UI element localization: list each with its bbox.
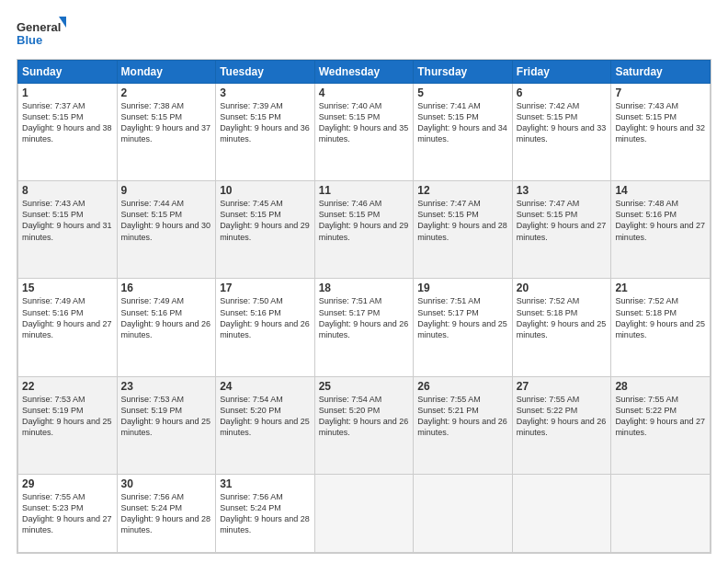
day-number: 8 [22, 184, 113, 197]
day-number: 25 [319, 380, 410, 393]
day-cell: 3 Sunrise: 7:39 AM Sunset: 5:15 PM Dayli… [216, 84, 315, 181]
day-info: Sunrise: 7:47 AM Sunset: 5:15 PM Dayligh… [417, 198, 508, 243]
day-cell: 8 Sunrise: 7:43 AM Sunset: 5:15 PM Dayli… [18, 181, 118, 279]
page: General Blue SundayMondayTuesdayWednesda… [0, 0, 728, 563]
day-info: Sunrise: 7:55 AM Sunset: 5:22 PM Dayligh… [615, 394, 706, 439]
day-info: Sunrise: 7:40 AM Sunset: 5:15 PM Dayligh… [319, 100, 410, 145]
day-cell: 24 Sunrise: 7:54 AM Sunset: 5:20 PM Dayl… [216, 376, 315, 474]
week-row: 29 Sunrise: 7:55 AM Sunset: 5:23 PM Dayl… [18, 474, 711, 552]
day-cell [611, 474, 711, 552]
day-info: Sunrise: 7:41 AM Sunset: 5:15 PM Dayligh… [417, 100, 508, 145]
day-number: 9 [121, 184, 212, 197]
day-info: Sunrise: 7:37 AM Sunset: 5:15 PM Dayligh… [22, 100, 113, 145]
day-cell [414, 474, 513, 552]
day-info: Sunrise: 7:54 AM Sunset: 5:20 PM Dayligh… [319, 394, 410, 439]
day-cell: 22 Sunrise: 7:53 AM Sunset: 5:19 PM Dayl… [18, 376, 118, 474]
day-info: Sunrise: 7:56 AM Sunset: 5:24 PM Dayligh… [121, 491, 212, 536]
header-cell: Friday [512, 61, 611, 84]
day-number: 4 [319, 86, 410, 99]
day-number: 10 [220, 184, 311, 197]
day-info: Sunrise: 7:52 AM Sunset: 5:18 PM Dayligh… [517, 295, 608, 340]
day-number: 18 [319, 282, 410, 294]
day-info: Sunrise: 7:39 AM Sunset: 5:15 PM Dayligh… [220, 100, 311, 145]
day-info: Sunrise: 7:53 AM Sunset: 5:19 PM Dayligh… [22, 394, 113, 439]
day-cell: 9 Sunrise: 7:44 AM Sunset: 5:15 PM Dayli… [117, 181, 216, 279]
day-info: Sunrise: 7:55 AM Sunset: 5:23 PM Dayligh… [22, 491, 113, 536]
header: General Blue [17, 17, 711, 52]
day-number: 6 [517, 86, 608, 99]
day-info: Sunrise: 7:43 AM Sunset: 5:15 PM Dayligh… [615, 100, 706, 145]
day-info: Sunrise: 7:51 AM Sunset: 5:17 PM Dayligh… [319, 295, 410, 340]
day-number: 30 [121, 477, 212, 490]
svg-text:General: General [17, 20, 61, 34]
day-number: 17 [220, 282, 311, 294]
logo-svg: General Blue [17, 17, 67, 52]
day-number: 27 [517, 380, 608, 393]
day-cell [314, 474, 414, 552]
day-info: Sunrise: 7:38 AM Sunset: 5:15 PM Dayligh… [121, 100, 212, 145]
day-info: Sunrise: 7:43 AM Sunset: 5:15 PM Dayligh… [22, 198, 113, 243]
day-info: Sunrise: 7:47 AM Sunset: 5:15 PM Dayligh… [517, 198, 608, 243]
day-cell: 18 Sunrise: 7:51 AM Sunset: 5:17 PM Dayl… [314, 279, 414, 376]
day-cell: 4 Sunrise: 7:40 AM Sunset: 5:15 PM Dayli… [314, 84, 414, 181]
day-info: Sunrise: 7:56 AM Sunset: 5:24 PM Dayligh… [220, 491, 311, 536]
day-cell: 17 Sunrise: 7:50 AM Sunset: 5:16 PM Dayl… [216, 279, 315, 376]
day-number: 28 [615, 380, 706, 393]
day-number: 7 [615, 86, 706, 99]
logo: General Blue [17, 17, 67, 52]
day-cell: 26 Sunrise: 7:55 AM Sunset: 5:21 PM Dayl… [414, 376, 513, 474]
day-number: 1 [22, 86, 113, 99]
day-number: 16 [121, 282, 212, 294]
day-number: 29 [22, 477, 113, 490]
day-number: 26 [417, 380, 508, 393]
day-number: 21 [615, 282, 706, 294]
day-cell: 13 Sunrise: 7:47 AM Sunset: 5:15 PM Dayl… [512, 181, 611, 279]
day-number: 12 [417, 184, 508, 197]
day-cell: 14 Sunrise: 7:48 AM Sunset: 5:16 PM Dayl… [611, 181, 711, 279]
day-cell: 15 Sunrise: 7:49 AM Sunset: 5:16 PM Dayl… [18, 279, 118, 376]
header-cell: Sunday [18, 61, 118, 84]
day-number: 31 [220, 477, 311, 490]
day-cell: 12 Sunrise: 7:47 AM Sunset: 5:15 PM Dayl… [414, 181, 513, 279]
day-info: Sunrise: 7:42 AM Sunset: 5:15 PM Dayligh… [517, 100, 608, 145]
day-cell: 27 Sunrise: 7:55 AM Sunset: 5:22 PM Dayl… [512, 376, 611, 474]
day-info: Sunrise: 7:48 AM Sunset: 5:16 PM Dayligh… [615, 198, 706, 243]
calendar: SundayMondayTuesdayWednesdayThursdayFrid… [17, 59, 711, 554]
day-number: 23 [121, 380, 212, 393]
svg-text:Blue: Blue [17, 33, 42, 47]
day-info: Sunrise: 7:55 AM Sunset: 5:21 PM Dayligh… [417, 394, 508, 439]
day-cell: 2 Sunrise: 7:38 AM Sunset: 5:15 PM Dayli… [117, 84, 216, 181]
day-number: 15 [22, 282, 113, 294]
day-cell: 5 Sunrise: 7:41 AM Sunset: 5:15 PM Dayli… [414, 84, 513, 181]
day-cell: 25 Sunrise: 7:54 AM Sunset: 5:20 PM Dayl… [314, 376, 414, 474]
day-cell: 23 Sunrise: 7:53 AM Sunset: 5:19 PM Dayl… [117, 376, 216, 474]
day-info: Sunrise: 7:45 AM Sunset: 5:15 PM Dayligh… [220, 198, 311, 243]
day-info: Sunrise: 7:49 AM Sunset: 5:16 PM Dayligh… [121, 295, 212, 340]
day-number: 14 [615, 184, 706, 197]
day-info: Sunrise: 7:52 AM Sunset: 5:18 PM Dayligh… [615, 295, 706, 340]
week-row: 1 Sunrise: 7:37 AM Sunset: 5:15 PM Dayli… [18, 84, 711, 181]
day-cell [512, 474, 611, 552]
day-number: 13 [517, 184, 608, 197]
day-cell: 31 Sunrise: 7:56 AM Sunset: 5:24 PM Dayl… [216, 474, 315, 552]
day-cell: 21 Sunrise: 7:52 AM Sunset: 5:18 PM Dayl… [611, 279, 711, 376]
week-row: 22 Sunrise: 7:53 AM Sunset: 5:19 PM Dayl… [18, 376, 711, 474]
day-info: Sunrise: 7:50 AM Sunset: 5:16 PM Dayligh… [220, 295, 311, 340]
day-cell: 29 Sunrise: 7:55 AM Sunset: 5:23 PM Dayl… [18, 474, 118, 552]
day-cell: 20 Sunrise: 7:52 AM Sunset: 5:18 PM Dayl… [512, 279, 611, 376]
week-row: 15 Sunrise: 7:49 AM Sunset: 5:16 PM Dayl… [18, 279, 711, 376]
header-cell: Monday [117, 61, 216, 84]
day-cell: 10 Sunrise: 7:45 AM Sunset: 5:15 PM Dayl… [216, 181, 315, 279]
day-cell: 16 Sunrise: 7:49 AM Sunset: 5:16 PM Dayl… [117, 279, 216, 376]
day-cell: 1 Sunrise: 7:37 AM Sunset: 5:15 PM Dayli… [18, 84, 118, 181]
day-info: Sunrise: 7:46 AM Sunset: 5:15 PM Dayligh… [319, 198, 410, 243]
day-cell: 11 Sunrise: 7:46 AM Sunset: 5:15 PM Dayl… [314, 181, 414, 279]
day-number: 19 [417, 282, 508, 294]
day-info: Sunrise: 7:51 AM Sunset: 5:17 PM Dayligh… [417, 295, 508, 340]
day-cell: 28 Sunrise: 7:55 AM Sunset: 5:22 PM Dayl… [611, 376, 711, 474]
day-info: Sunrise: 7:49 AM Sunset: 5:16 PM Dayligh… [22, 295, 113, 340]
day-info: Sunrise: 7:44 AM Sunset: 5:15 PM Dayligh… [121, 198, 212, 243]
day-cell: 19 Sunrise: 7:51 AM Sunset: 5:17 PM Dayl… [414, 279, 513, 376]
day-info: Sunrise: 7:55 AM Sunset: 5:22 PM Dayligh… [517, 394, 608, 439]
day-cell: 6 Sunrise: 7:42 AM Sunset: 5:15 PM Dayli… [512, 84, 611, 181]
